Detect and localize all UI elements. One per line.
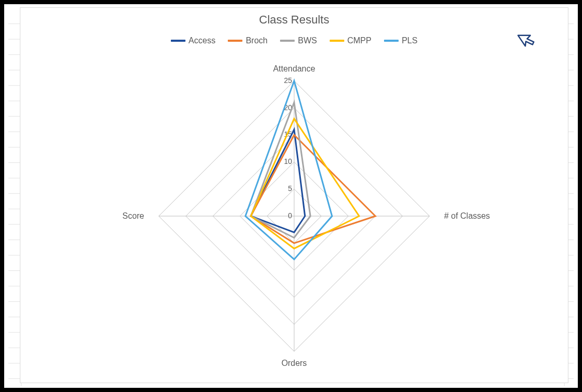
chart-object[interactable]: Class Results AccessBrochBWSCMPPPLS 0510… [20,7,568,383]
legend-item-bws[interactable]: BWS [280,36,317,45]
legend-item-broch[interactable]: Broch [228,36,267,45]
plot-area[interactable]: 0510152025Attendance# of ClassesOrdersSc… [20,55,568,377]
axis-tick-label: 25 [284,76,292,85]
legend-swatch-icon [171,40,185,42]
radar-chart[interactable]: 0510152025Attendance# of ClassesOrdersSc… [20,55,568,377]
axis-label-score: Score [122,211,144,220]
axis-label--of-classes: # of Classes [444,211,490,220]
legend-item-access[interactable]: Access [171,36,216,45]
legend-swatch-icon [330,40,344,42]
axis-tick-label: 0 [288,211,292,220]
legend-item-cmpp[interactable]: CMPP [330,36,371,45]
legend-swatch-icon [228,40,242,42]
legend-label: Broch [246,36,267,45]
legend-swatch-icon [280,40,295,42]
chart-legend[interactable]: AccessBrochBWSCMPPPLS [20,36,568,45]
axis-tick-label: 10 [284,157,292,165]
legend-label: PLS [402,36,417,45]
axis-tick-label: 5 [288,184,292,193]
legend-label: CMPP [347,36,371,45]
legend-swatch-icon [384,40,399,42]
axis-label-orders: Orders [282,359,307,367]
chart-title[interactable]: Class Results [20,13,568,27]
legend-label: BWS [298,36,317,45]
cursor-arrow-icon [516,29,537,50]
axis-label-attendance: Attendance [273,64,316,73]
legend-label: Access [189,36,216,45]
legend-item-pls[interactable]: PLS [384,36,417,45]
window-frame: Class Results AccessBrochBWSCMPPPLS 0510… [0,0,582,392]
chart-series-bws[interactable] [251,102,310,237]
